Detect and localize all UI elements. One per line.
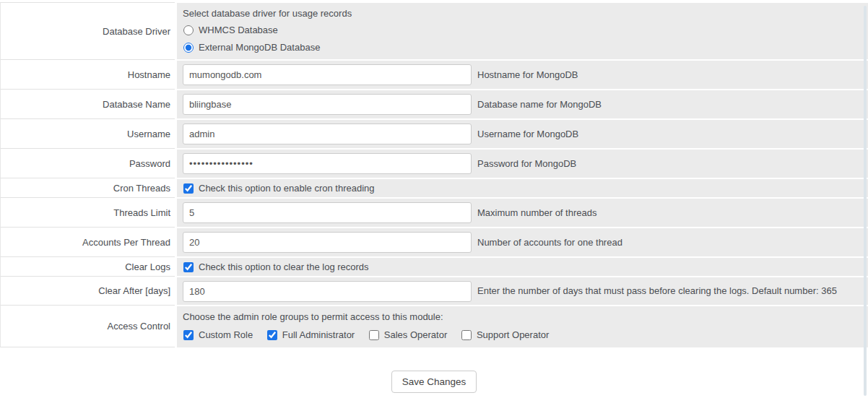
hostname-input[interactable] [183, 64, 472, 85]
database-name-hint: Database name for MongoDB [477, 99, 602, 110]
access-control-description: Choose the admin role groups to permit a… [183, 310, 862, 324]
field-area-cron-threads: Check this option to enable cron threadi… [177, 179, 868, 197]
vertical-scrollbar[interactable] [864, 6, 867, 396]
custom-role-checkbox[interactable] [183, 330, 194, 340]
database-name-input[interactable] [183, 94, 472, 115]
accounts-per-thread-hint: Number of accounts for one thread [477, 237, 622, 248]
clear-after-days-hint: Enter the number of days that must pass … [477, 285, 837, 296]
external-mongodb-radio[interactable] [183, 43, 194, 53]
form-row-clear-logs: Clear Logs Check this option to clear th… [0, 256, 868, 276]
whmcs-database-radio[interactable] [183, 25, 194, 35]
field-label-accounts-per-thread: Accounts Per Thread [0, 227, 175, 256]
form-row-database-name: Database Name Database name for MongoDB [0, 89, 868, 118]
support-operator-checkbox[interactable] [461, 330, 472, 340]
field-area-hostname: Hostname for MongoDB [177, 61, 868, 89]
full-administrator-checkbox[interactable] [267, 330, 277, 340]
field-label-username: Username [0, 118, 175, 148]
save-changes-button[interactable]: Save Changes [391, 371, 477, 393]
field-label-threads-limit: Threads Limit [0, 197, 175, 227]
field-area-accounts-per-thread: Number of accounts for one thread [177, 228, 868, 256]
form-row-threads-limit: Threads Limit Maximum number of threads [0, 197, 868, 227]
field-label-database-driver: Database Driver [0, 2, 175, 59]
field-area-username: Username for MongoDB [177, 120, 868, 148]
field-label-access-control: Access Control [0, 305, 175, 347]
accounts-per-thread-input[interactable] [183, 232, 472, 253]
field-label-clear-after-days: Clear After [days] [0, 276, 175, 305]
module-settings-page: Database Driver Select database driver f… [0, 0, 868, 398]
field-area-clear-logs: Check this option to clear the log recor… [177, 258, 868, 276]
field-area-access-control: Choose the admin role groups to permit a… [177, 306, 868, 347]
form-row-cron-threads: Cron Threads Check this option to enable… [0, 178, 868, 197]
form-row-username: Username Username for MongoDB [0, 118, 868, 148]
form-row-hostname: Hostname Hostname for MongoDB [0, 59, 868, 89]
form-row-access-control: Access Control Choose the admin role gro… [0, 305, 868, 347]
sales-operator-checkbox[interactable] [369, 330, 379, 340]
field-label-password: Password [0, 148, 175, 178]
form-row-clear-after-days: Clear After [days] Enter the number of d… [0, 276, 868, 305]
save-row: Save Changes [0, 371, 868, 393]
threads-limit-input[interactable] [183, 202, 472, 223]
field-area-clear-after-days: Enter the number of days that must pass … [177, 277, 868, 305]
database-driver-description: Select database driver for usage records [183, 7, 862, 21]
password-hint: Password for MongoDB [477, 158, 576, 169]
username-input[interactable] [183, 124, 472, 144]
form-row-password: Password Password for MongoDB [0, 148, 868, 178]
clear-logs-checkbox[interactable] [183, 262, 194, 272]
hostname-hint: Hostname for MongoDB [477, 69, 578, 80]
clear-logs-checkbox-label: Check this option to clear the log recor… [199, 261, 369, 272]
field-area-threads-limit: Maximum number of threads [177, 199, 868, 227]
clear-after-days-input[interactable] [183, 281, 472, 302]
field-label-database-name: Database Name [0, 89, 175, 118]
field-label-hostname: Hostname [0, 59, 175, 89]
module-config-table: Database Driver Select database driver f… [0, 2, 868, 347]
field-area-password: Password for MongoDB [177, 150, 868, 178]
username-hint: Username for MongoDB [477, 129, 578, 139]
cron-threads-checkbox-label: Check this option to enable cron threadi… [199, 183, 375, 194]
password-input[interactable] [183, 153, 472, 174]
form-row-accounts-per-thread: Accounts Per Thread Number of accounts f… [0, 227, 868, 256]
threads-limit-hint: Maximum number of threads [477, 207, 596, 218]
full-administrator-checkbox-label: Full Administrator [282, 326, 355, 344]
external-mongodb-radio-label: External MongoDB Database [199, 40, 320, 56]
sales-operator-checkbox-label: Sales Operator [384, 326, 447, 344]
whmcs-database-radio-label: WHMCS Database [199, 22, 278, 38]
field-area-database-name: Database name for MongoDB [177, 90, 868, 118]
support-operator-checkbox-label: Support Operator [477, 326, 549, 344]
custom-role-checkbox-label: Custom Role [199, 326, 253, 344]
field-area-database-driver: Select database driver for usage records… [177, 3, 868, 59]
form-row-database-driver: Database Driver Select database driver f… [0, 2, 868, 59]
cron-threads-checkbox[interactable] [183, 183, 194, 194]
field-label-cron-threads: Cron Threads [0, 178, 175, 197]
field-label-clear-logs: Clear Logs [0, 256, 175, 276]
